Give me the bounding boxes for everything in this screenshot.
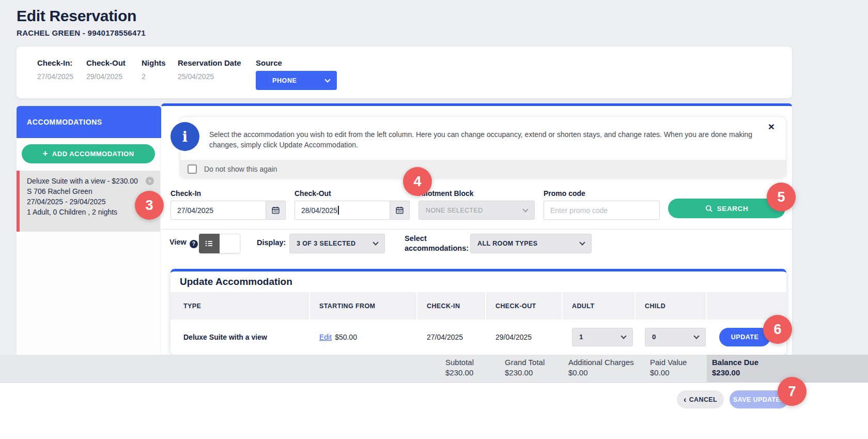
- cancel-button[interactable]: ‹ CANCEL: [677, 390, 724, 408]
- list-view-toggle-on[interactable]: [199, 234, 220, 253]
- banner-footer: Do not show this again: [180, 160, 786, 178]
- reservation-summary-card: Check-In: 27/04/2025 Check-Out 29/04/202…: [17, 47, 792, 98]
- page-header: Edit Reservation RACHEL GREEN - 99401785…: [17, 7, 146, 37]
- chevron-down-icon: [579, 239, 585, 245]
- annotation-badge-7: 7: [778, 377, 807, 406]
- col-header-type: TYPE: [171, 292, 310, 320]
- col-header-checkin: CHECK-IN: [417, 292, 486, 320]
- summary-source-label: Source: [256, 58, 337, 67]
- accommodation-card-room: S 706 Rachel Green: [27, 186, 147, 196]
- chevron-down-icon: [621, 333, 626, 339]
- child-count-value: 0: [652, 333, 656, 341]
- checkin-field-group: Check-In 27/04/2025: [171, 189, 286, 220]
- display-dropdown-value: 3 OF 3 SELECTED: [297, 240, 355, 247]
- info-banner: Select the accommodation you wish to edi…: [180, 116, 786, 178]
- subtotal-block: Subtotal $230.00: [445, 358, 474, 377]
- col-header-child: CHILD: [636, 292, 707, 320]
- allotment-dropdown[interactable]: NONE SELECTED: [419, 201, 535, 220]
- checkout-input[interactable]: 28/04/2025: [295, 201, 390, 220]
- save-updates-label: SAVE UPDATES: [733, 396, 785, 403]
- balance-due-value: $230.00: [712, 368, 758, 377]
- room-types-dropdown-value: ALL ROOM TYPES: [477, 240, 538, 247]
- checkin-calendar-icon[interactable]: [266, 201, 286, 220]
- allotment-field-group: Allotment Block NONE SELECTED: [419, 189, 535, 220]
- add-accommodation-button[interactable]: + ADD ACCOMMODATION: [22, 144, 155, 163]
- checkout-calendar-icon[interactable]: [390, 201, 410, 220]
- display-label: Display:: [257, 238, 286, 247]
- summary-checkin: Check-In: 27/04/2025: [37, 58, 73, 81]
- grid-view-toggle-off[interactable]: [220, 234, 240, 253]
- adult-count-value: 1: [579, 333, 583, 341]
- summary-checkout-value: 29/04/2025: [86, 72, 126, 81]
- guest-name-id: RACHEL GREEN - 9940178556471: [17, 28, 146, 37]
- checkout-label: Check-Out: [295, 189, 410, 198]
- view-label: View: [169, 238, 187, 246]
- balance-due-label: Balance Due: [712, 358, 758, 367]
- panel-divider: [161, 229, 792, 230]
- select-accommodations-label: Select accommodations:: [405, 234, 469, 253]
- paid-value-block: Paid Value $0.00: [650, 358, 687, 377]
- row-type: Deluxe Suite with a view: [183, 333, 267, 341]
- chevron-down-icon: [324, 77, 330, 82]
- promo-label: Promo code: [544, 189, 660, 198]
- paid-value-value: $0.00: [650, 368, 687, 377]
- grand-total-block: Grand Total $230.00: [505, 358, 545, 377]
- info-icon: i: [171, 122, 199, 151]
- remove-accommodation-icon[interactable]: ×: [146, 177, 154, 185]
- summary-source: Source PHONE: [256, 58, 337, 90]
- summary-checkout-label: Check-Out: [86, 58, 126, 67]
- info-banner-text: Select the accommodation you wish to edi…: [209, 129, 767, 150]
- room-types-dropdown[interactable]: ALL ROOM TYPES: [470, 234, 592, 253]
- chevron-down-icon: [522, 206, 528, 212]
- help-icon[interactable]: ?: [190, 240, 198, 248]
- display-dropdown[interactable]: 3 OF 3 SELECTED: [289, 234, 385, 253]
- accommodation-card-dates: 27/04/2025 - 29/04/2025: [27, 196, 147, 207]
- tab-accommodations[interactable]: ACCOMMODATIONS: [17, 106, 161, 138]
- checkout-field-group: Check-Out 28/04/2025: [295, 189, 410, 220]
- page-title: Edit Reservation: [17, 7, 146, 25]
- edit-rate-link[interactable]: Edit: [319, 333, 332, 341]
- chevron-down-icon: [373, 239, 378, 245]
- accommodation-card-title: Deluxe Suite with a view - $230.00: [27, 176, 147, 186]
- additional-charges-value: $0.00: [568, 368, 634, 377]
- promo-code-input[interactable]: [544, 201, 660, 220]
- cancel-button-label: CANCEL: [689, 396, 717, 403]
- view-label-group: View?: [169, 237, 198, 248]
- row-checkout: 29/04/2025: [495, 333, 532, 341]
- annotation-badge-3: 3: [135, 191, 164, 220]
- grand-total-value: $230.00: [505, 368, 545, 377]
- paid-value-label: Paid Value: [650, 358, 687, 367]
- promo-field-group: Promo code: [544, 189, 660, 220]
- child-count-dropdown[interactable]: 0: [645, 328, 706, 346]
- checkout-value: 28/04/2025: [301, 206, 337, 215]
- source-dropdown-value: PHONE: [272, 77, 297, 84]
- do-not-show-checkbox[interactable]: [188, 164, 197, 174]
- summary-checkout: Check-Out 29/04/2025: [86, 58, 126, 81]
- annotation-badge-5: 5: [767, 183, 796, 211]
- col-header-starting-from: STARTING FROM: [310, 292, 417, 320]
- allotment-label: Allotment Block: [419, 189, 535, 198]
- checkin-input[interactable]: 27/04/2025: [171, 201, 266, 220]
- update-accommodation-card: Update Accommodation TYPE STARTING FROM …: [171, 269, 786, 355]
- summary-reservation-date: Reservation Date 25/04/2025: [178, 58, 241, 81]
- annotation-badge-6: 6: [763, 315, 792, 344]
- table-row: Deluxe Suite with a view Edit $50.00 27/…: [171, 320, 786, 354]
- chevron-left-icon: ‹: [684, 396, 687, 403]
- chevron-down-icon: [693, 333, 699, 339]
- grand-total-label: Grand Total: [505, 358, 545, 367]
- text-caret: [338, 206, 339, 215]
- search-button-label: SEARCH: [717, 205, 749, 213]
- do-not-show-label: Do not show this again: [204, 165, 277, 173]
- close-banner-icon[interactable]: ×: [768, 121, 774, 132]
- allotment-value: NONE SELECTED: [426, 207, 483, 214]
- view-toggle: [199, 234, 240, 253]
- adult-count-dropdown[interactable]: 1: [572, 328, 633, 346]
- summary-resdate-value: 25/04/2025: [178, 72, 241, 81]
- summary-nights-value: 2: [142, 72, 166, 81]
- additional-charges-block: Additional Charges $0.00: [568, 358, 634, 377]
- checkin-label: Check-In: [171, 189, 286, 198]
- summary-nights: Nights 2: [142, 58, 166, 81]
- source-dropdown[interactable]: PHONE: [256, 71, 337, 90]
- list-icon: [205, 239, 214, 248]
- update-accommodation-title: Update Accommodation: [180, 276, 292, 287]
